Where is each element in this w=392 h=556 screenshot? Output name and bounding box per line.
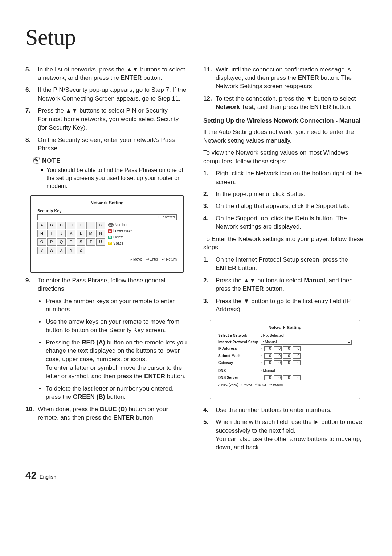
- step-item: When done, press the BLUE (D) button on …: [25, 405, 189, 422]
- footer-hint: ⟡ Move: [130, 257, 142, 261]
- step-item: If the PIN/Security pop-up appears, go t…: [25, 86, 189, 103]
- manual-p3: To Enter the Network settings into your …: [203, 235, 367, 252]
- ip-field[interactable]: 0000: [261, 346, 301, 352]
- setting-label: Internet Protocol Setup: [218, 340, 261, 345]
- key-i[interactable]: I: [47, 230, 56, 237]
- setting-row: IP Address0000: [218, 346, 352, 352]
- key-e[interactable]: E: [77, 222, 85, 229]
- key-p[interactable]: P: [47, 238, 56, 246]
- page-number: 42: [25, 470, 37, 481]
- list-item: Use the arrow keys on your remote to mov…: [45, 318, 189, 335]
- setting-label: DNS Server: [218, 375, 261, 380]
- ip-octet[interactable]: 0: [293, 353, 301, 359]
- right-steps-1: Wait until the connection confirmation m…: [203, 65, 367, 111]
- ss1-footer: ⟡ Move⏎ Enter↩ Return: [37, 257, 177, 262]
- legend-item: BDelete: [108, 234, 132, 240]
- page-title: Setup: [25, 22, 367, 53]
- ip-octet[interactable]: 0: [283, 346, 291, 351]
- step-item: Press the ▼ button to go to the first en…: [203, 297, 367, 314]
- setting-label: Gateway: [218, 360, 261, 365]
- footer-hint: ↩ Return: [269, 383, 283, 387]
- note-icon: [33, 157, 40, 164]
- ip-octet[interactable]: 0: [283, 353, 291, 359]
- step-item: On the Support tab, click the Details bu…: [203, 214, 367, 231]
- setting-row: Gateway0000: [218, 360, 352, 365]
- ip-field[interactable]: 0000: [261, 353, 301, 359]
- setting-row: Subnet Mask0000: [218, 353, 352, 359]
- key-d[interactable]: D: [67, 222, 75, 229]
- page-footer: 42 English: [25, 469, 367, 483]
- ip-octet[interactable]: 0: [274, 360, 282, 365]
- setting-value: : Manual: [261, 368, 275, 373]
- ip-octet[interactable]: 0: [274, 353, 282, 359]
- setting-label: DNS: [218, 368, 261, 373]
- step-item: To test the connection, press the ▼ butt…: [203, 94, 367, 111]
- setting-value: : Not Selected: [261, 333, 284, 338]
- key-r[interactable]: R: [67, 238, 75, 246]
- ss2-footer: A PBC (WPS)↕ Move⏎ Enter↩ Return: [218, 383, 352, 387]
- ip-octet[interactable]: 0: [293, 375, 301, 380]
- key-j[interactable]: J: [57, 230, 66, 237]
- key-s[interactable]: S: [77, 238, 85, 246]
- divider: [218, 367, 352, 367]
- step-item: Use the number buttons to enter numbers.: [203, 406, 367, 414]
- ip-octet[interactable]: 0: [264, 353, 272, 359]
- key-m[interactable]: M: [86, 230, 95, 237]
- footer-hint: ↩ Return: [162, 257, 177, 261]
- left-steps-3: When done, press the BLUE (D) button on …: [25, 405, 189, 422]
- ss1-keyboard: ABCDEFGHIJKLMNOPQRSTUVWXYZ: [37, 222, 105, 254]
- footer-hint: ↕ Move: [241, 383, 252, 387]
- step-item: On the Internet Protocol Setup screen, p…: [203, 255, 367, 273]
- step-item: Press the ▲▼ buttons to select Manual, a…: [203, 276, 367, 293]
- key-a[interactable]: A: [37, 222, 46, 229]
- key-c[interactable]: C: [57, 222, 66, 229]
- right-steps-3: On the Internet Protocol Setup screen, p…: [203, 255, 367, 314]
- ss1-legend: 123NumberALower caseBDeleteCSpace: [108, 222, 132, 254]
- key-l[interactable]: L: [77, 230, 85, 237]
- ip-octet[interactable]: 0: [274, 346, 282, 351]
- note-heading: NOTE: [33, 156, 189, 165]
- ip-field[interactable]: 0000: [261, 360, 301, 365]
- key-h[interactable]: H: [37, 230, 46, 237]
- list-item: To delete the last letter or number you …: [45, 384, 189, 401]
- manual-p1: If the Auto Setting does not work, you n…: [203, 128, 367, 145]
- key-y[interactable]: Y: [67, 247, 75, 254]
- ip-field[interactable]: 0000: [261, 375, 301, 380]
- ip-octet[interactable]: 0: [293, 360, 301, 365]
- ss2-title: Network Setting: [218, 325, 352, 331]
- footer-hint: A PBC (WPS): [218, 383, 238, 387]
- legend-item: 123Number: [108, 222, 132, 228]
- ip-octet[interactable]: 0: [264, 375, 272, 380]
- key-q[interactable]: Q: [57, 238, 66, 246]
- key-f[interactable]: F: [86, 222, 95, 229]
- ip-octet[interactable]: 0: [264, 346, 272, 351]
- key-z[interactable]: Z: [77, 247, 85, 254]
- setting-row: Select a Network: Not Selected: [218, 333, 352, 338]
- note-items: You should be able to find the Pass Phra…: [25, 166, 189, 190]
- ip-octet[interactable]: 0: [264, 360, 272, 365]
- ss1-count-label: entered: [163, 215, 175, 220]
- ip-octet[interactable]: 0: [293, 346, 301, 351]
- legend-item: CSpace: [108, 240, 132, 246]
- key-v[interactable]: V: [37, 247, 46, 254]
- page-lang: English: [40, 474, 56, 480]
- ip-octet[interactable]: 0: [283, 375, 291, 380]
- key-b[interactable]: B: [47, 222, 56, 229]
- dropdown[interactable]: : Manual▸: [261, 340, 352, 345]
- legend-item: ALower case: [108, 228, 132, 234]
- ss2-rows: Select a Network: Not SelectedInternet P…: [218, 333, 352, 380]
- step-item: On the Security screen, enter your netwo…: [25, 136, 189, 153]
- ip-octet[interactable]: 0: [283, 360, 291, 365]
- step-item: Wait until the connection confirmation m…: [203, 65, 367, 91]
- key-w[interactable]: W: [47, 247, 56, 254]
- key-o[interactable]: O: [37, 238, 46, 246]
- list-item: You should be able to find the Pass Phra…: [46, 166, 189, 190]
- key-n[interactable]: N: [96, 230, 105, 237]
- key-t[interactable]: T: [86, 238, 95, 246]
- ip-octet[interactable]: 0: [274, 375, 282, 380]
- key-k[interactable]: K: [67, 230, 75, 237]
- ss1-input[interactable]: 0 entered: [37, 214, 177, 220]
- key-x[interactable]: X: [57, 247, 66, 254]
- key-g[interactable]: G: [96, 222, 105, 229]
- key-u[interactable]: U: [96, 238, 105, 246]
